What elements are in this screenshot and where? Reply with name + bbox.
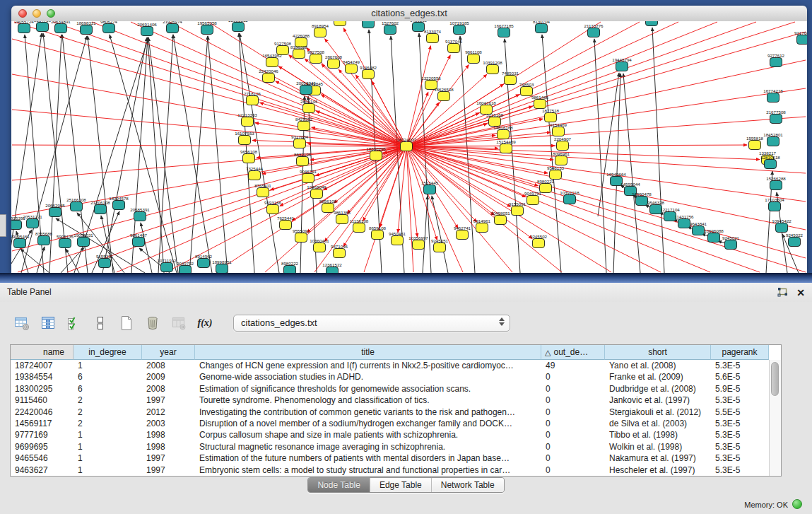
graph-node[interactable] [427, 34, 439, 43]
graph-hub-node[interactable] [401, 142, 413, 151]
graph-node[interactable] [266, 58, 278, 67]
graph-node[interactable] [527, 196, 539, 205]
graph-node[interactable] [457, 230, 469, 240]
graph-node[interactable] [37, 23, 49, 32]
graph-node[interactable] [363, 21, 375, 28]
graph-node[interactable] [448, 44, 460, 53]
column-header-name[interactable]: name [11, 345, 73, 360]
close-window-button[interactable] [18, 9, 27, 18]
graph-node[interactable] [487, 65, 499, 74]
graph-node[interactable] [646, 21, 658, 26]
table-settings-icon[interactable] [13, 314, 31, 332]
graph-node[interactable] [498, 130, 510, 139]
graph-node[interactable] [298, 122, 310, 131]
graph-node[interactable] [161, 263, 173, 272]
graph-node[interactable] [495, 216, 507, 225]
graph-node[interactable] [767, 137, 779, 146]
graph-node[interactable] [242, 117, 254, 127]
graph-node[interactable] [201, 25, 213, 35]
graph-node[interactable] [59, 239, 71, 248]
graph-node[interactable] [141, 27, 153, 36]
graph-node[interactable] [284, 266, 296, 274]
new-table-icon[interactable] [117, 314, 136, 332]
graph-node[interactable] [314, 28, 326, 37]
column-header-year[interactable]: year [142, 345, 195, 360]
graph-node[interactable] [71, 202, 83, 211]
graph-node[interactable] [314, 243, 326, 252]
column-header-short[interactable]: short [605, 345, 711, 360]
graph-node[interactable] [11, 221, 22, 230]
tab-edge-table[interactable]: Edge Table [370, 478, 431, 492]
graph-node[interactable] [438, 92, 450, 101]
graph-node[interactable] [770, 58, 782, 67]
graph-node[interactable] [78, 238, 90, 247]
scrollbar-thumb[interactable] [771, 362, 779, 396]
graph-node[interactable] [18, 24, 30, 33]
graph-node[interactable] [311, 189, 323, 199]
graph-node[interactable] [372, 230, 384, 240]
graph-node[interactable] [476, 223, 488, 233]
side-panel-handle[interactable] [0, 214, 6, 237]
graph-node[interactable] [300, 86, 312, 95]
tab-network-table[interactable]: Network Table [431, 478, 504, 492]
table-row[interactable]: 2242004622012Investigating the contribut… [11, 407, 769, 418]
graph-node[interactable] [767, 93, 779, 103]
graph-node[interactable] [424, 185, 436, 194]
graph-node[interactable] [336, 215, 348, 224]
close-panel-icon[interactable]: ✕ [796, 288, 805, 298]
graph-node[interactable] [392, 236, 404, 245]
table-row[interactable]: 911546021997Tourette syndrome. Phenomeno… [11, 395, 769, 406]
graph-node[interactable] [370, 151, 382, 160]
function-builder-icon[interactable]: f(x) [196, 314, 214, 332]
graph-node[interactable] [521, 87, 533, 96]
graph-node[interactable] [363, 70, 375, 79]
graph-node[interactable] [384, 25, 396, 35]
graph-node[interactable] [99, 259, 111, 268]
table-row[interactable]: 946362711997Embryonic stem cells: a mode… [11, 465, 769, 476]
graph-node[interactable] [310, 54, 322, 64]
graph-node[interactable] [498, 28, 510, 37]
graph-node[interactable] [167, 24, 179, 33]
graph-node[interactable] [555, 156, 567, 165]
network-view-canvas[interactable]: 1872400718300295220600838918954422608891… [11, 21, 807, 273]
table-row[interactable]: 1830029562008Estimation of significance … [11, 383, 769, 395]
graph-node[interactable] [302, 174, 314, 183]
graph-node[interactable] [247, 96, 259, 105]
graph-node[interactable] [233, 23, 245, 32]
graph-node[interactable] [295, 233, 307, 243]
graph-node[interactable] [180, 266, 192, 274]
graph-node[interactable] [545, 113, 557, 122]
graph-node[interactable] [346, 64, 358, 74]
graph-node[interactable] [293, 49, 305, 59]
column-visibility-icon[interactable] [39, 314, 57, 332]
graph-node[interactable] [454, 25, 466, 35]
table-row[interactable]: 1456911722003Disruption of a novel membe… [11, 418, 769, 429]
graph-node[interactable] [280, 221, 292, 230]
graph-node[interactable] [134, 212, 146, 221]
column-header-title[interactable]: title [195, 345, 541, 360]
graph-node[interactable] [249, 171, 261, 180]
graph-node[interactable] [49, 208, 61, 217]
graph-node[interactable] [765, 160, 777, 169]
graph-node[interactable] [216, 264, 228, 274]
graph-node[interactable] [797, 35, 808, 45]
graph-node[interactable] [789, 238, 801, 247]
graph-node[interactable] [776, 223, 788, 233]
graph-node[interactable] [678, 219, 690, 228]
graph-node[interactable] [14, 239, 26, 248]
graph-node[interactable] [564, 195, 576, 204]
graph-node[interactable] [725, 240, 737, 250]
graph-node[interactable] [322, 204, 334, 213]
window-titlebar[interactable]: citations_edges.txt [11, 6, 807, 22]
graph-node[interactable] [326, 267, 339, 274]
graph-node[interactable] [334, 249, 346, 258]
graph-node[interactable] [533, 239, 545, 248]
graph-node[interactable] [413, 23, 425, 32]
graph-node[interactable] [512, 206, 524, 216]
graph-node[interactable] [103, 24, 115, 33]
graph-node[interactable] [81, 25, 93, 35]
graph-node[interactable] [770, 181, 782, 190]
graph-node[interactable] [557, 141, 569, 151]
graph-node[interactable] [303, 104, 315, 113]
row-height-icon[interactable] [91, 314, 110, 332]
